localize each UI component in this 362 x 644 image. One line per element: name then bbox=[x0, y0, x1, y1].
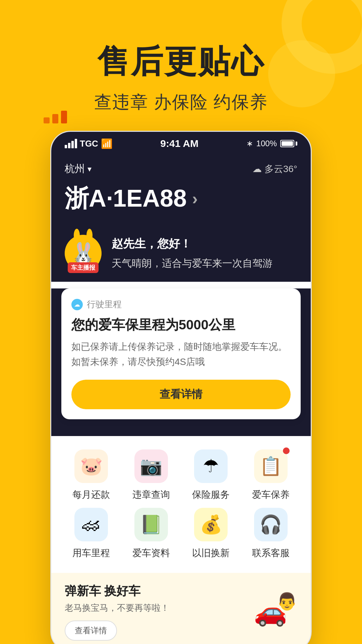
trade-in-icon: 💰 bbox=[194, 508, 228, 541]
icon-customer-service[interactable]: 🎧 联系客服 bbox=[241, 508, 301, 559]
plate-number[interactable]: 浙A·1EA88 › bbox=[65, 182, 297, 215]
chevron-down-icon: ▾ bbox=[87, 164, 92, 174]
hero-main-title: 售后更贴心 bbox=[0, 40, 362, 84]
maintenance-label: 爱车保养 bbox=[252, 488, 290, 501]
status-left: TGC 📶 bbox=[65, 138, 113, 149]
icon-car-maintenance[interactable]: 📋 爱车保养 bbox=[241, 449, 301, 501]
mileage-header-label: 行驶里程 bbox=[87, 299, 122, 310]
insurance-icon: ☂ bbox=[194, 449, 228, 483]
bunny-avatar: 🐰 车主播报 bbox=[65, 235, 102, 272]
hero-section: 售后更贴心 查违章 办保险 约保养 bbox=[0, 40, 362, 114]
promo-detail-button[interactable]: 查看详情 bbox=[65, 621, 117, 641]
icon-grid: 🐷 每月还款 📷 违章查询 ☂ 保险服务 📋 bbox=[61, 449, 301, 559]
promo-subtitle: 老马换宝马，不要再等啦！ bbox=[65, 602, 169, 614]
book-icon: 📗 bbox=[140, 514, 162, 535]
umbrella-icon: ☂ bbox=[203, 455, 219, 477]
status-time: 9:41 AM bbox=[160, 138, 198, 149]
promo-image: 🚗 👨 bbox=[244, 588, 297, 635]
city-selector[interactable]: 杭州 ▾ bbox=[65, 162, 92, 176]
greeting-name: 赵先生，您好！ bbox=[112, 236, 273, 252]
mileage-cloud-icon: ☁ bbox=[71, 299, 83, 310]
status-right: ∗ 100% bbox=[246, 139, 297, 148]
promo-text-section: 弹新车 换好车 老马换宝马，不要再等啦！ 查看详情 bbox=[65, 583, 169, 641]
cloud-icon: ☁ bbox=[252, 163, 262, 174]
car-mileage-icon: 🏎 bbox=[74, 508, 108, 541]
maintenance-icon: 📋 bbox=[254, 449, 288, 483]
money-icon: 💰 bbox=[200, 514, 222, 535]
mileage-detail-button[interactable]: 查看详情 bbox=[71, 380, 291, 409]
piggy-icon: 🐷 bbox=[80, 455, 103, 477]
wifi-icon: 📶 bbox=[101, 138, 113, 149]
mileage-desc: 如已保养请上传保养记录，随时随地掌握爱车车况。如暂未保养，请尽快预约4S店哦 bbox=[71, 339, 291, 370]
greeting-card: 🐰 车主播报 赵先生，您好！ 天气晴朗，适合与爱车来一次自驾游 bbox=[51, 225, 311, 282]
notebook-icon: 📋 bbox=[259, 455, 282, 477]
ear-left bbox=[74, 229, 80, 242]
icon-trade-in[interactable]: 💰 以旧换新 bbox=[181, 508, 241, 559]
violation-icon: 📷 bbox=[134, 449, 168, 483]
icon-monthly-payment[interactable]: 🐷 每月还款 bbox=[61, 449, 121, 501]
bunny-face: 🐰 bbox=[71, 243, 96, 263]
promo-banner: 弹新车 换好车 老马换宝马，不要再等啦！ 查看详情 🚗 👨 bbox=[51, 573, 311, 644]
promo-title: 弹新车 换好车 bbox=[65, 583, 169, 599]
icon-car-info[interactable]: 📗 爱车资料 bbox=[121, 508, 181, 559]
service-label: 联系客服 bbox=[252, 547, 290, 559]
plate-arrow-icon: › bbox=[192, 189, 198, 208]
monthly-payment-label: 每月还款 bbox=[72, 488, 110, 501]
service-icon: 🎧 bbox=[254, 508, 288, 541]
ear-right bbox=[86, 229, 93, 242]
mileage-header: ☁ 行驶里程 bbox=[71, 299, 291, 310]
insurance-label: 保险服务 bbox=[192, 488, 230, 501]
headphone-icon: 🎧 bbox=[259, 514, 282, 535]
broadcast-badge: 车主播报 bbox=[68, 262, 99, 273]
carrier-label: TGC bbox=[80, 139, 98, 149]
app-header: 杭州 ▾ ☁ 多云36° 浙A·1EA88 › bbox=[51, 155, 311, 225]
bunny-ears bbox=[74, 229, 93, 242]
city-weather-row: 杭州 ▾ ☁ 多云36° bbox=[65, 162, 297, 176]
speedometer-icon: 🏎 bbox=[82, 514, 100, 535]
phone-mockup: TGC 📶 9:41 AM ∗ 100% 杭州 ▾ ☁ 多云36° bbox=[50, 131, 312, 644]
violation-label: 违章查询 bbox=[132, 488, 170, 501]
mileage-title: 您的爱车保里程为5000公里 bbox=[71, 316, 291, 334]
notification-dot bbox=[283, 447, 290, 454]
icon-car-mileage[interactable]: 🏎 用车里程 bbox=[61, 508, 121, 559]
car-mileage-label: 用车里程 bbox=[72, 547, 110, 559]
monthly-payment-icon: 🐷 bbox=[74, 449, 108, 483]
battery-pct: 100% bbox=[256, 139, 277, 148]
car-info-label: 爱车资料 bbox=[132, 547, 170, 559]
plate-text: 浙A·1EA88 bbox=[65, 182, 187, 215]
mileage-card: ☁ 行驶里程 您的爱车保里程为5000公里 如已保养请上传保养记录，随时随地掌握… bbox=[61, 288, 301, 419]
camera-icon: 📷 bbox=[140, 455, 162, 477]
greeting-message: 天气晴朗，适合与爱车来一次自驾游 bbox=[112, 256, 273, 271]
decorative-signal-bars bbox=[44, 111, 67, 123]
status-bar: TGC 📶 9:41 AM ∗ 100% bbox=[51, 132, 311, 155]
weather-text: 多云36° bbox=[264, 163, 297, 175]
battery-icon bbox=[280, 140, 297, 147]
icon-violation-query[interactable]: 📷 违章查询 bbox=[121, 449, 181, 501]
signal-icon bbox=[65, 139, 77, 148]
greeting-text: 赵先生，您好！ 天气晴朗，适合与爱车来一次自驾游 bbox=[112, 236, 273, 271]
icon-insurance[interactable]: ☂ 保险服务 bbox=[181, 449, 241, 501]
icon-grid-section: 🐷 每月还款 📷 违章查询 ☂ 保险服务 📋 bbox=[51, 436, 311, 573]
city-label: 杭州 bbox=[65, 162, 85, 176]
bluetooth-icon: ∗ bbox=[246, 139, 253, 148]
trade-in-label: 以旧换新 bbox=[192, 547, 230, 559]
weather-info: ☁ 多云36° bbox=[252, 163, 297, 175]
car-info-icon: 📗 bbox=[134, 508, 168, 541]
